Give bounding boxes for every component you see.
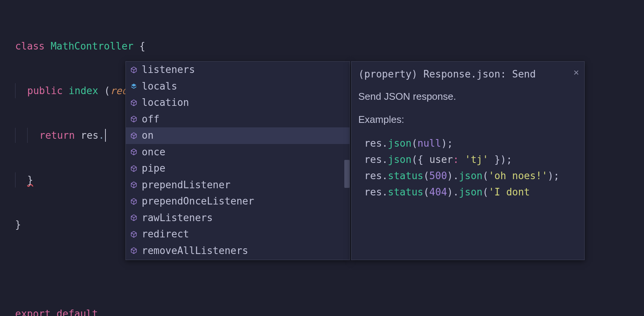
paren-open: (: [104, 84, 110, 98]
autocomplete-label: locals: [142, 79, 177, 94]
autocomplete-item[interactable]: listeners: [126, 62, 350, 78]
method-icon: [130, 132, 138, 140]
keyword-default: default: [57, 307, 98, 316]
close-icon[interactable]: ✕: [574, 65, 579, 79]
scrollbar-thumb[interactable]: [344, 160, 350, 188]
autocomplete-item[interactable]: redirect: [126, 226, 350, 243]
doc-signature: (property) Response.json: Send: [358, 67, 577, 82]
autocomplete-label: removeAllListeners: [142, 243, 248, 258]
method-icon: [130, 230, 138, 239]
code-line[interactable]: [3, 262, 641, 277]
autocomplete-label: rawListeners: [142, 211, 213, 225]
autocomplete-item[interactable]: off: [126, 111, 350, 128]
method-icon: [130, 246, 138, 255]
cursor: [105, 129, 106, 142]
autocomplete-item[interactable]: locals: [126, 78, 350, 95]
autocomplete-label: prependListener: [142, 178, 231, 192]
method-icon: [130, 148, 138, 156]
dot: .: [99, 128, 105, 143]
autocomplete-item[interactable]: once: [126, 144, 350, 161]
autocomplete-label: once: [142, 145, 166, 160]
method-icon: [130, 164, 138, 173]
code-line[interactable]: export default: [3, 306, 641, 316]
doc-code-examples: res.json(null); res.json({ user: 'tj' })…: [358, 135, 577, 200]
autocomplete-label: on: [142, 128, 153, 143]
autocomplete-popup[interactable]: listenerslocalslocationoffononcepipeprep…: [125, 61, 350, 260]
brace-close-error: }: [27, 173, 33, 187]
autocomplete-label: redirect: [142, 227, 189, 242]
class-name: MathController: [51, 39, 133, 54]
method-name: index: [69, 84, 98, 98]
doc-examples-label: Examples:: [358, 112, 577, 127]
autocomplete-label: prependOnceListener: [142, 194, 254, 209]
autocomplete-label: location: [142, 95, 189, 110]
keyword-public: public: [27, 84, 63, 98]
method-icon: [130, 115, 138, 123]
method-icon: [130, 66, 138, 74]
var-res: res: [81, 128, 99, 143]
property-icon: [130, 82, 138, 90]
method-icon: [130, 99, 138, 107]
autocomplete-item[interactable]: prependOnceListener: [126, 193, 350, 210]
autocomplete-item[interactable]: rawListeners: [126, 210, 350, 226]
doc-description: Send JSON response.: [358, 89, 577, 104]
method-icon: [130, 197, 138, 206]
autocomplete-item[interactable]: pipe: [126, 160, 350, 177]
keyword-class: class: [15, 39, 45, 54]
method-icon: [130, 181, 138, 189]
autocomplete-label: listeners: [142, 62, 195, 77]
brace-open: {: [139, 39, 146, 54]
code-line[interactable]: class MathController {: [3, 39, 641, 54]
autocomplete-item[interactable]: on: [126, 127, 350, 144]
keyword-export: export: [15, 307, 51, 316]
autocomplete-label: pipe: [142, 161, 166, 176]
brace-close: }: [15, 217, 21, 232]
autocomplete-item[interactable]: location: [126, 94, 350, 111]
keyword-return: return: [39, 128, 75, 143]
autocomplete-item[interactable]: removeAllListeners: [126, 243, 350, 259]
documentation-popup: ✕ (property) Response.json: Send Send JS…: [351, 61, 585, 260]
autocomplete-label: off: [142, 112, 159, 127]
autocomplete-item[interactable]: prependListener: [126, 177, 350, 194]
method-icon: [130, 214, 138, 222]
